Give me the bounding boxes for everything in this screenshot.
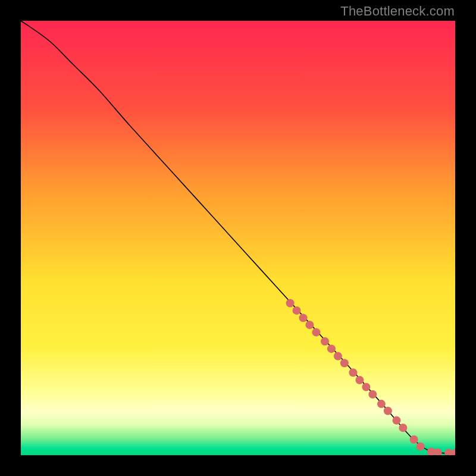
plot-area <box>21 21 455 455</box>
highlighted-points <box>286 299 455 456</box>
marker-point <box>355 376 364 384</box>
marker-point <box>286 299 295 308</box>
marker-point <box>340 359 349 367</box>
marker-point <box>377 400 386 408</box>
marker-point <box>399 424 407 432</box>
marker-point <box>327 345 336 353</box>
marker-point <box>410 436 418 444</box>
marker-point <box>349 368 357 377</box>
marker-point <box>368 390 377 399</box>
chart-frame: TheBottleneck.com <box>0 0 476 476</box>
bottleneck-curve <box>21 21 455 453</box>
marker-point <box>416 442 425 450</box>
marker-point <box>334 352 342 361</box>
curve-layer <box>21 21 455 455</box>
marker-point <box>392 416 400 425</box>
marker-point <box>362 383 370 391</box>
marker-point <box>293 306 301 315</box>
marker-point <box>451 449 455 455</box>
marker-point <box>321 337 329 346</box>
marker-point <box>299 314 308 322</box>
marker-point <box>312 328 320 336</box>
marker-point <box>305 321 314 329</box>
marker-point <box>434 449 442 455</box>
marker-point <box>384 407 392 415</box>
watermark-text: TheBottleneck.com <box>340 4 455 19</box>
